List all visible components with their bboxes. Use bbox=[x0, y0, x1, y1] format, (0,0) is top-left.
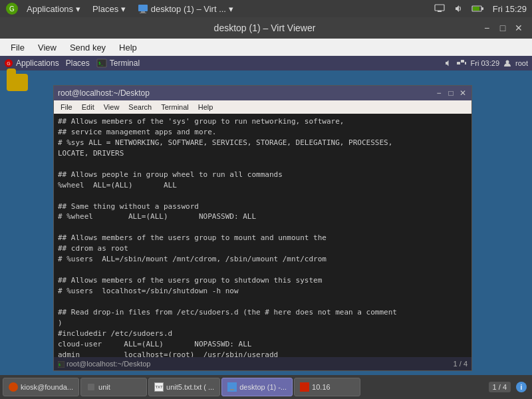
taskbar-right: 1 / 4 i bbox=[489, 382, 529, 392]
svg-text:$: $ bbox=[59, 362, 61, 366]
desktop-folder[interactable] bbox=[7, 74, 28, 91]
terminal-content: ## Allows members of the 'sys' group to … bbox=[54, 114, 471, 357]
vm-display: G Applications Places $_ Terminal bbox=[0, 56, 532, 399]
taskbar-item-unit[interactable]: unit bbox=[80, 378, 147, 396]
virt-maximize-btn[interactable]: □ bbox=[497, 23, 508, 33]
desktop-menu-btn[interactable]: desktop (1) – Virt ... ▾ bbox=[132, 2, 239, 15]
taskbar-item-unit5txt[interactable]: TXT unit5.txt.txt ( ... bbox=[148, 378, 220, 396]
vm-gnome-icon: G bbox=[4, 59, 13, 68]
svg-rect-21 bbox=[229, 384, 235, 389]
vm-terminal-icon: $_ bbox=[96, 59, 107, 68]
virt-menu-view[interactable]: View bbox=[33, 41, 62, 54]
terminal-menubar: File Edit View Search Terminal Help bbox=[54, 100, 471, 114]
terminal-statusbar: $ root@localhost:~/Desktop 1 / 4 bbox=[54, 357, 471, 370]
terminal-titlebar: root@localhost:~/Desktop − □ ✕ bbox=[54, 86, 471, 100]
terminal-title: root@localhost:~/Desktop bbox=[58, 88, 150, 98]
terminal-maximize-btn[interactable]: □ bbox=[446, 88, 456, 98]
svg-rect-2 bbox=[138, 5, 148, 11]
virt-viewer-title: desktop (1) – Virt Viewer bbox=[48, 23, 481, 33]
terminal-menu-view[interactable]: View bbox=[100, 102, 124, 112]
virt-menu-sendkey[interactable]: Send key bbox=[65, 41, 111, 54]
system-bar-right: Fri 15:29 bbox=[434, 3, 527, 14]
virt-menu-file[interactable]: File bbox=[5, 41, 30, 54]
svg-rect-5 bbox=[435, 5, 444, 11]
folder-icon bbox=[7, 74, 28, 91]
vm-user-icon bbox=[503, 59, 511, 67]
page-indicator: 1 / 4 bbox=[489, 382, 511, 392]
system-bar: G Applications Places desktop (1) – Virt… bbox=[0, 0, 532, 17]
vm-topbar-left: G Applications Places $_ Terminal bbox=[4, 59, 140, 68]
virt-close-btn[interactable]: ✕ bbox=[513, 23, 524, 33]
svg-rect-6 bbox=[438, 11, 442, 12]
svg-rect-9 bbox=[481, 7, 483, 10]
virt-minimize-btn[interactable]: − bbox=[481, 23, 492, 33]
svg-text:G: G bbox=[9, 5, 15, 13]
taskbar-item-kiosk[interactable]: kiosk@founda... bbox=[3, 378, 79, 396]
svg-point-17 bbox=[506, 61, 509, 64]
terminal-minimize-btn[interactable]: − bbox=[434, 88, 444, 98]
terminal-close-btn[interactable]: ✕ bbox=[458, 88, 467, 98]
svg-rect-8 bbox=[473, 7, 479, 11]
terminal-menu-search[interactable]: Search bbox=[124, 102, 156, 112]
info-icon[interactable]: i bbox=[516, 382, 527, 392]
taskbar: kiosk@founda... unit TXT unit5.txt.txt (… bbox=[0, 375, 532, 399]
terminal-menu-terminal[interactable]: Terminal bbox=[157, 102, 193, 112]
taskbar-tenth-label: 10.16 bbox=[312, 383, 331, 391]
svg-text:$_: $_ bbox=[98, 61, 104, 66]
applications-menu[interactable]: Applications bbox=[21, 3, 86, 15]
terminal-text: ## Allows members of the 'sys' group to … bbox=[58, 116, 467, 357]
virt-viewer-titlebar: desktop (1) – Virt Viewer − □ ✕ bbox=[0, 17, 532, 39]
battery-icon bbox=[471, 3, 485, 14]
tenth-icon bbox=[300, 382, 309, 392]
vm-terminal-label[interactable]: Terminal bbox=[110, 59, 140, 68]
terminal-controls: − □ ✕ bbox=[434, 88, 467, 98]
system-bar-left: G Applications Places desktop (1) – Virt… bbox=[5, 2, 239, 15]
taskbar-item-tenth[interactable]: 10.16 bbox=[294, 378, 360, 396]
virt-viewer-window: desktop (1) – Virt Viewer − □ ✕ File Vie… bbox=[0, 17, 532, 399]
svg-text:G: G bbox=[7, 61, 10, 66]
vm-topbar-right: Fri 03:29 root bbox=[444, 59, 528, 67]
vm-network-icon bbox=[456, 59, 467, 67]
taskbar-desktop-label: desktop (1) -... bbox=[239, 383, 287, 391]
svg-point-23 bbox=[301, 384, 308, 390]
desktop-virt-icon bbox=[227, 382, 237, 392]
status-terminal-icon: $ bbox=[58, 361, 65, 368]
terminal-window: root@localhost:~/Desktop − □ ✕ File Edit… bbox=[53, 85, 472, 371]
unit-icon bbox=[86, 382, 96, 392]
gnome-logo: G bbox=[5, 2, 19, 15]
vm-apps-menu[interactable]: Applications bbox=[16, 59, 59, 68]
terminal-menu-file[interactable]: File bbox=[57, 102, 76, 112]
kiosk-icon bbox=[9, 382, 18, 392]
terminal-menu-edit[interactable]: Edit bbox=[78, 102, 98, 112]
monitor-icon bbox=[434, 3, 445, 14]
taskbar-item-desktop[interactable]: desktop (1) -... bbox=[221, 378, 293, 396]
vm-username: root bbox=[515, 59, 528, 67]
terminal-page-indicator: 1 / 4 bbox=[454, 360, 467, 368]
vm-desktop-bg: root@localhost:~/Desktop − □ ✕ File Edit… bbox=[0, 70, 532, 399]
virt-viewer-menubar: File View Send key Help bbox=[0, 39, 532, 56]
virt-menu-help[interactable]: Help bbox=[114, 41, 142, 54]
svg-rect-15 bbox=[461, 60, 464, 63]
svg-rect-16 bbox=[465, 62, 466, 65]
svg-rect-22 bbox=[230, 389, 234, 390]
places-menu[interactable]: Places bbox=[87, 3, 131, 15]
terminal-menu-help[interactable]: Help bbox=[194, 102, 217, 112]
svg-rect-14 bbox=[457, 62, 460, 65]
terminal-status-path: $ root@localhost:~/Desktop bbox=[58, 360, 151, 368]
virt-viewer-controls: − □ ✕ bbox=[481, 23, 524, 33]
vm-time: Fri 03:29 bbox=[471, 59, 499, 67]
txt-icon: TXT bbox=[154, 382, 164, 392]
taskbar-unit5txt-label: unit5.txt.txt ( ... bbox=[166, 383, 214, 391]
vm-places-menu[interactable]: Places bbox=[66, 59, 90, 68]
svg-rect-20 bbox=[88, 384, 94, 390]
taskbar-unit-label: unit bbox=[98, 383, 110, 391]
vm-sound-icon bbox=[444, 59, 452, 67]
taskbar-kiosk-label: kiosk@founda... bbox=[21, 383, 73, 391]
vm-topbar: G Applications Places $_ Terminal bbox=[0, 56, 532, 70]
svg-rect-3 bbox=[141, 11, 145, 13]
speaker-icon bbox=[453, 3, 464, 14]
desktop-icon bbox=[138, 3, 148, 14]
svg-rect-4 bbox=[140, 13, 146, 13]
